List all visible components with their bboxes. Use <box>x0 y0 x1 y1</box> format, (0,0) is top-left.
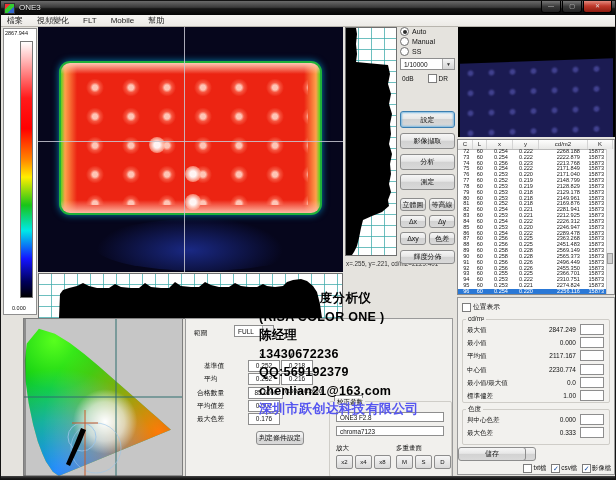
file-check-csv檔[interactable]: ✓csv檔 <box>551 464 577 473</box>
cie-horseshoe <box>24 319 182 477</box>
menu-item-2[interactable]: FLT <box>81 15 99 26</box>
table-col-header-C[interactable]: C <box>458 140 473 149</box>
file-check-label: txt檔 <box>533 464 546 473</box>
zoom-x8-button[interactable]: x8 <box>374 455 391 469</box>
measure-button[interactable]: 測定 <box>400 174 455 190</box>
range-label: 範圍 <box>194 328 208 338</box>
checkbox-影像檔[interactable]: ✓ <box>582 464 591 473</box>
color-scale-max: 2867.944 <box>5 30 28 36</box>
judge-condition-button[interactable]: 判定條件設定 <box>256 431 304 445</box>
exposure-mode-radios: AutoManualSS <box>400 27 456 56</box>
chroma-row-1: 最大色差0.333 <box>462 427 610 440</box>
save-button[interactable]: 儲存 <box>458 447 526 461</box>
stat-row-4: 最小值/最大值0.0 <box>462 377 610 390</box>
table-scrollbar[interactable] <box>606 149 614 294</box>
delta-x-button[interactable]: Δx <box>400 215 426 228</box>
table-col-header-cd/m2[interactable]: cd/m2 <box>539 140 588 149</box>
menu-item-4[interactable]: 幫助 <box>146 14 166 27</box>
menu-item-0[interactable]: 檔案 <box>5 14 25 27</box>
luminance-heatmap[interactable] <box>38 27 343 272</box>
window-bottom-frame <box>1 476 615 479</box>
radio-label: SS <box>412 48 421 55</box>
solid-view-button[interactable]: 立體圖 <box>400 198 426 211</box>
zoom-x4-button[interactable]: x4 <box>355 455 372 469</box>
chevron-down-icon[interactable]: ▼ <box>262 326 273 336</box>
radio-row-manual[interactable]: Manual <box>400 37 456 46</box>
maximize-button[interactable]: ▢ <box>562 1 582 13</box>
table-row[interactable]: 96600.2540.2202256.11615873 <box>458 289 607 294</box>
radio-row-auto[interactable]: Auto <box>400 27 456 36</box>
set-button[interactable]: 設定 <box>400 111 455 128</box>
contour-button[interactable]: 等高線 <box>429 198 455 211</box>
dr-checkbox[interactable] <box>428 74 437 83</box>
stat-input-box[interactable] <box>580 390 604 401</box>
reference-x-field[interactable]: 0.252 <box>248 360 280 372</box>
stat-value: 2847.249 <box>549 326 576 333</box>
crosshair-vertical[interactable] <box>184 27 185 272</box>
stat-label: 標準偏差 <box>467 392 493 401</box>
camera-preview <box>458 27 615 137</box>
unit-label: cd/m² <box>466 315 486 322</box>
luminance-dist-button[interactable]: 輝度分佈 <box>400 250 455 264</box>
range-select[interactable]: FULL ▼ <box>234 325 274 337</box>
stat-value: 0.000 <box>560 416 576 423</box>
cie-chromaticity-diagram[interactable] <box>23 318 183 478</box>
radio-auto[interactable] <box>400 27 409 36</box>
color-scale-panel: 2867.944 0.000 <box>3 28 37 315</box>
statistics-panel: 位置表示 cd/m² 最大值2847.249最小值0.000平均值2117.16… <box>457 297 615 475</box>
radio-row-ss[interactable]: SS <box>400 47 456 56</box>
scrollbar-thumb[interactable] <box>607 253 613 264</box>
stat-input-box[interactable] <box>580 364 604 375</box>
minimize-button[interactable]: — <box>541 1 561 13</box>
table-col-header-x[interactable]: x <box>487 140 513 149</box>
menu-item-1[interactable]: 視頻變化 <box>35 14 71 27</box>
table-body[interactable]: 72600.2540.2222268.1881587373600.2540.22… <box>458 149 607 294</box>
shutter-select[interactable]: 1/10000 ▼ <box>400 58 455 70</box>
lens-field[interactable]: ONE3 F2.8 <box>336 412 444 422</box>
table-cell: 15873 <box>583 289 607 294</box>
measurement-table[interactable]: CLxycd/m2K 72600.2540.2222268.1881587373… <box>457 139 615 295</box>
title-bar[interactable]: ONE3 — ▢ ✕ <box>1 1 615 15</box>
table-col-header-L[interactable]: L <box>473 140 487 149</box>
app-window: ONE3 — ▢ ✕ 檔案視頻變化FLTMobile幫助 2867.944 0.… <box>0 0 616 480</box>
file-check-影像檔[interactable]: ✓影像檔 <box>582 464 611 473</box>
horizontal-profile-plot <box>38 273 343 319</box>
table-col-header-y[interactable]: y <box>513 140 539 149</box>
radio-ss[interactable] <box>400 47 409 56</box>
stat-input-box[interactable] <box>580 414 604 425</box>
calibration-title: 校正參數 <box>335 398 365 407</box>
multi-M-button[interactable]: M <box>396 455 413 469</box>
crosshair-horizontal[interactable] <box>38 141 343 142</box>
pass-count-label: 合格數量 <box>197 388 224 398</box>
stat-input-box[interactable] <box>580 324 604 335</box>
delta-xy-button[interactable]: Δxy <box>400 232 426 245</box>
stat-input-box[interactable] <box>580 350 604 361</box>
color-diff-button[interactable]: 色差 <box>429 232 455 245</box>
delta-y-button[interactable]: Δy <box>429 215 455 228</box>
zoom-x2-button[interactable]: x2 <box>336 455 353 469</box>
stat-input-box[interactable] <box>580 337 604 348</box>
position-display-checkbox[interactable] <box>462 303 471 312</box>
average-x-field[interactable]: 0.252 <box>248 373 280 385</box>
checkbox-txt檔[interactable] <box>523 464 532 473</box>
average-y-field[interactable]: 0.216 <box>281 373 313 385</box>
window-title: ONE3 <box>19 4 41 12</box>
radio-manual[interactable] <box>400 37 409 46</box>
table-cell: 2256.116 <box>536 289 583 294</box>
close-button[interactable]: ✕ <box>583 1 612 13</box>
stat-label: 中心值 <box>467 366 487 375</box>
chevron-down-icon[interactable]: ▼ <box>442 59 454 69</box>
capture-button[interactable]: 影像擷取 <box>400 133 455 149</box>
stat-value: 0.000 <box>560 339 576 346</box>
stat-input-box[interactable] <box>580 377 604 388</box>
reference-y-field[interactable]: 0.218 <box>281 360 313 372</box>
checkbox-csv檔[interactable]: ✓ <box>551 464 560 473</box>
multi-D-button[interactable]: D <box>434 455 451 469</box>
menu-item-3[interactable]: Mobile <box>109 15 137 26</box>
file-check-txt檔[interactable]: txt檔 <box>523 464 546 473</box>
multi-S-button[interactable]: S <box>415 455 432 469</box>
stat-input-box[interactable] <box>580 427 604 438</box>
profile-field[interactable]: chroma7123 <box>336 426 444 436</box>
table-col-header-K[interactable]: K <box>588 140 613 149</box>
analyze-button[interactable]: 分析 <box>400 154 455 170</box>
